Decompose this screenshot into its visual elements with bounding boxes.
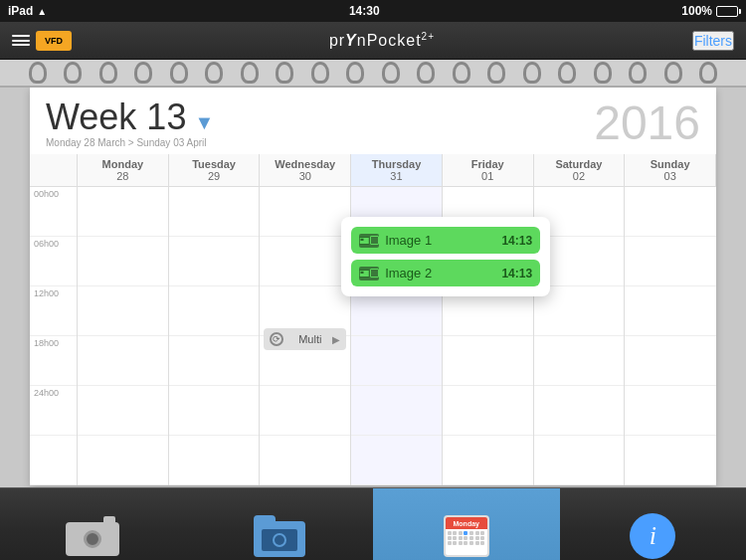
ring-7 [241, 62, 259, 84]
app-version: 2+ [422, 31, 435, 42]
ring-10 [346, 62, 364, 84]
tab-connection[interactable]: CONNECTION [0, 488, 187, 560]
event-item-2[interactable]: Image 2 14:13 [351, 260, 540, 286]
multi-icon: ⟳ [270, 332, 283, 346]
ring-17 [594, 62, 612, 84]
ring-6 [205, 62, 223, 84]
ring-19 [664, 62, 682, 84]
time-1200: 12h00 [30, 286, 77, 336]
ring-2 [64, 62, 82, 84]
time-extra [30, 436, 77, 485]
time-1800: 18h00 [30, 336, 77, 386]
status-bar: iPad ▲ 14:30 100% [0, 0, 746, 22]
tab-bar: CONNECTION ARCHIVES Monday [0, 487, 746, 560]
ring-8 [276, 62, 293, 84]
time-gutter: 00h00 06h00 12h00 18h00 24h00 [30, 187, 78, 485]
year-label: 2016 [594, 99, 700, 147]
connection-icon-wrap [64, 506, 123, 560]
logo-line-2 [12, 40, 30, 42]
event-image-icon-1 [359, 234, 379, 248]
folder-icon [254, 515, 305, 557]
svg-rect-5 [361, 271, 364, 273]
ring-4 [134, 62, 152, 84]
day-column-mon [78, 187, 169, 485]
day-column-wed: ⟳ Multi ▶ [260, 187, 351, 485]
archives-icon-wrap [250, 506, 309, 560]
multi-event[interactable]: ⟳ Multi ▶ [264, 328, 346, 350]
ring-1 [29, 62, 47, 84]
day-header-tue: Tuesday 29 [169, 154, 261, 186]
date-range: Monday 28 March > Sunday 03 April [46, 137, 206, 148]
event-time-1: 14:13 [501, 234, 532, 248]
event-item-1[interactable]: Image 1 14:13 [351, 227, 540, 254]
ring-15 [523, 62, 541, 84]
ring-14 [487, 62, 505, 84]
week-dropdown-icon[interactable]: ▼ [194, 111, 214, 134]
day-header-sun: Sunday 03 [625, 154, 716, 186]
day-column-thu: Image 1 14:13 Image 2 14:13 [351, 187, 443, 485]
thursday-event-card: Image 1 14:13 Image 2 14:13 [341, 217, 550, 296]
tab-archives[interactable]: ARCHIVES [187, 488, 374, 560]
battery-percent: 100% [681, 4, 712, 18]
ring-9 [311, 62, 329, 84]
wifi-icon: ▲ [37, 6, 47, 17]
event-name-1: Image 1 [385, 233, 501, 248]
day-column-sun [625, 187, 716, 485]
event-time-2: 14:13 [501, 267, 532, 280]
ring-12 [417, 62, 435, 84]
day-header-mon: Monday 28 [78, 154, 169, 186]
week-title: Week 13 [46, 99, 186, 135]
filters-button[interactable]: Filters [692, 31, 734, 51]
ring-13 [453, 62, 470, 84]
day-header-sat: Saturday 02 [534, 154, 626, 186]
ring-5 [170, 62, 188, 84]
tab-calendar[interactable]: Monday [373, 488, 560, 560]
time-display: 14:30 [349, 4, 380, 18]
svg-rect-2 [361, 238, 364, 240]
logo-line-1 [12, 35, 30, 37]
calendar-area: Week 13 ▼ Monday 28 March > Sunday 03 Ap… [0, 60, 746, 487]
about-icon-wrap: i [623, 506, 682, 560]
info-icon: i [630, 513, 675, 559]
time-0000: 00h00 [30, 187, 77, 237]
day-header-thu: Thursday 31 [351, 154, 443, 186]
calendar-grid: 00h00 06h00 12h00 18h00 24h00 [30, 187, 716, 485]
spiral-binding [0, 60, 746, 88]
time-0600: 06h00 [30, 237, 77, 286]
day-header-fri: Friday 01 [443, 154, 534, 186]
logo-line-3 [12, 44, 30, 46]
time-gutter-header [30, 154, 78, 186]
top-nav: VFD prYnPocket2+ Filters [0, 22, 746, 60]
camera-icon [66, 516, 121, 556]
ring-3 [99, 62, 117, 84]
logo: VFD [12, 31, 72, 51]
ring-11 [382, 62, 400, 84]
day-column-tue [169, 187, 261, 485]
ring-16 [558, 62, 576, 84]
ring-20 [699, 62, 717, 84]
calendar-panel: Week 13 ▼ Monday 28 March > Sunday 03 Ap… [30, 88, 716, 485]
time-2400: 24h00 [30, 386, 77, 436]
day-headers: Monday 28 Tuesday 29 Wednesday 30 Thursd… [30, 154, 716, 187]
ring-18 [629, 62, 647, 84]
calendar-icon-wrap: Monday [437, 506, 496, 560]
event-image-icon-2 [359, 267, 379, 280]
device-label: iPad [8, 4, 33, 18]
day-header-wed: Wednesday 30 [260, 154, 351, 186]
tab-about[interactable]: i ABOUT [560, 488, 747, 560]
logo-badge: VFD [36, 31, 72, 51]
calendar-icon: Monday [444, 515, 489, 557]
app-title: prYnPocket2+ [329, 31, 435, 50]
event-name-2: Image 2 [385, 266, 501, 280]
multi-label: Multi [298, 333, 321, 345]
calendar-header: Week 13 ▼ Monday 28 March > Sunday 03 Ap… [30, 88, 716, 154]
battery-icon [716, 6, 738, 17]
multi-arrow-icon: ▶ [332, 334, 340, 345]
